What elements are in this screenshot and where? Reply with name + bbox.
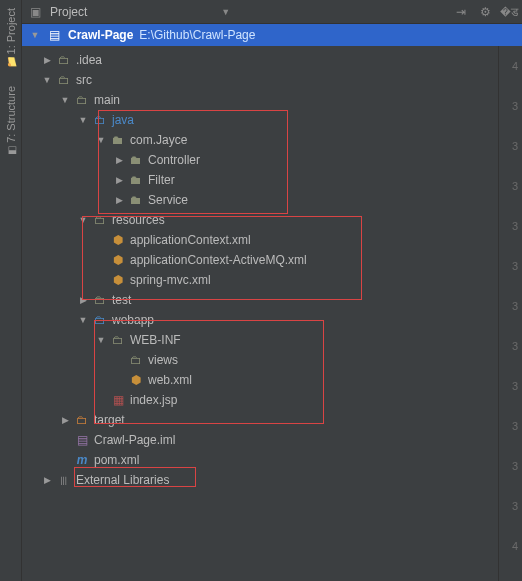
gutter-num: 3 (499, 246, 522, 286)
editor-gutter: 4 3 3 3 3 3 3 3 3 3 3 3 4 (498, 46, 522, 581)
folder-icon: 🗀 (128, 353, 144, 367)
gutter-num: 3 (499, 206, 522, 246)
package-icon: 🖿 (128, 193, 144, 207)
side-tab-structure[interactable]: ◧7: Structure (0, 78, 22, 166)
package-icon: 🖿 (128, 153, 144, 167)
library-icon: ⫼ (56, 473, 72, 487)
gutter-num: 3 (499, 446, 522, 486)
gutter-num: 4 (499, 526, 522, 566)
tree-item-controller[interactable]: 🖿Controller (28, 150, 522, 170)
gutter-num: 3 (499, 166, 522, 206)
folder-icon: 🗀 (56, 73, 72, 87)
gutter-num: 3 (499, 86, 522, 126)
sidebar-tabs: 📁1: Project ◧7: Structure (0, 0, 22, 581)
tree-item-main[interactable]: 🗀main (28, 90, 522, 110)
gutter-num: 3 (499, 366, 522, 406)
package-icon: 🖿 (128, 173, 144, 187)
tree-item-iml[interactable]: ▤Crawl-Page.iml (28, 430, 522, 450)
maven-file-icon: m (74, 453, 90, 467)
chevron-down-icon (30, 30, 40, 40)
resources-folder-icon: 🗀 (92, 213, 108, 227)
tree-item-webxml[interactable]: ⬢web.xml (28, 370, 522, 390)
gutter-num: 3 (499, 286, 522, 326)
iml-file-icon: ▤ (74, 433, 90, 447)
folder-icon: 🗀 (110, 333, 126, 347)
xml-file-icon: ⬢ (110, 233, 126, 247)
tree-item-service[interactable]: 🖿Service (28, 190, 522, 210)
source-folder-icon: 🗀 (92, 113, 108, 127)
folder-icon: 🗀 (56, 53, 72, 67)
toolbar-title: Project (50, 5, 87, 19)
folder-icon: 🗀 (74, 93, 90, 107)
tree-item-src[interactable]: 🗀src (28, 70, 522, 90)
tree-item-filter[interactable]: 🖿Filter (28, 170, 522, 190)
tree-item-package[interactable]: 🖿com.Jayce (28, 130, 522, 150)
gutter-num: 3 (499, 126, 522, 166)
project-toolbar: ▣ Project ▼ ⇥ ⚙ �ड (22, 0, 522, 24)
project-path: E:\Github\Crawl-Page (139, 28, 255, 42)
project-root-row[interactable]: ▤ Crawl-Page E:\Github\Crawl-Page (22, 24, 522, 46)
tree-item-resources[interactable]: 🗀resources (28, 210, 522, 230)
tree-item-indexjsp[interactable]: ▦index.jsp (28, 390, 522, 410)
tree-item-appctx-mq[interactable]: ⬢applicationContext-ActiveMQ.xml (28, 250, 522, 270)
web-folder-icon: 🗀 (92, 313, 108, 327)
folder-icon: 🗀 (92, 293, 108, 307)
gutter-num: 3 (499, 486, 522, 526)
xml-file-icon: ⬢ (110, 273, 126, 287)
project-name: Crawl-Page (68, 28, 133, 42)
tree-item-springmvc[interactable]: ⬢spring-mvc.xml (28, 270, 522, 290)
xml-file-icon: ⬢ (128, 373, 144, 387)
xml-file-icon: ⬢ (110, 253, 126, 267)
project-icon: ▣ (28, 5, 42, 19)
tree-item-webinf[interactable]: 🗀WEB-INF (28, 330, 522, 350)
tree-item-pom[interactable]: mpom.xml (28, 450, 522, 470)
gutter-num: 4 (499, 46, 522, 86)
target-folder-icon: 🗀 (74, 413, 90, 427)
tree-item-views[interactable]: 🗀views (28, 350, 522, 370)
tree-item-idea[interactable]: 🗀.idea (28, 50, 522, 70)
tree-item-target[interactable]: 🗀target (28, 410, 522, 430)
module-icon: ▤ (46, 28, 62, 42)
collapse-icon[interactable]: �ड (502, 5, 516, 19)
autoscroll-icon[interactable]: ⇥ (454, 5, 468, 19)
gutter-num: 3 (499, 326, 522, 366)
gutter-num: 3 (499, 406, 522, 446)
project-tree: 🗀.idea 🗀src 🗀main 🗀java 🖿com.Jayce 🖿Cont… (22, 46, 522, 490)
tree-item-java[interactable]: 🗀java (28, 110, 522, 130)
tree-item-test[interactable]: 🗀test (28, 290, 522, 310)
view-mode-dropdown[interactable]: ▼ (221, 7, 320, 17)
side-tab-project[interactable]: 📁1: Project (0, 0, 22, 78)
package-icon: 🖿 (110, 133, 126, 147)
tree-item-webapp[interactable]: 🗀webapp (28, 310, 522, 330)
jsp-file-icon: ▦ (110, 393, 126, 407)
project-panel: ▣ Project ▼ ⇥ ⚙ �ड ▤ Crawl-Page E:\Githu… (22, 0, 522, 581)
gear-icon[interactable]: ⚙ (478, 5, 492, 19)
tree-item-external-libs[interactable]: ⫼External Libraries (28, 470, 522, 490)
tree-item-appctx[interactable]: ⬢applicationContext.xml (28, 230, 522, 250)
